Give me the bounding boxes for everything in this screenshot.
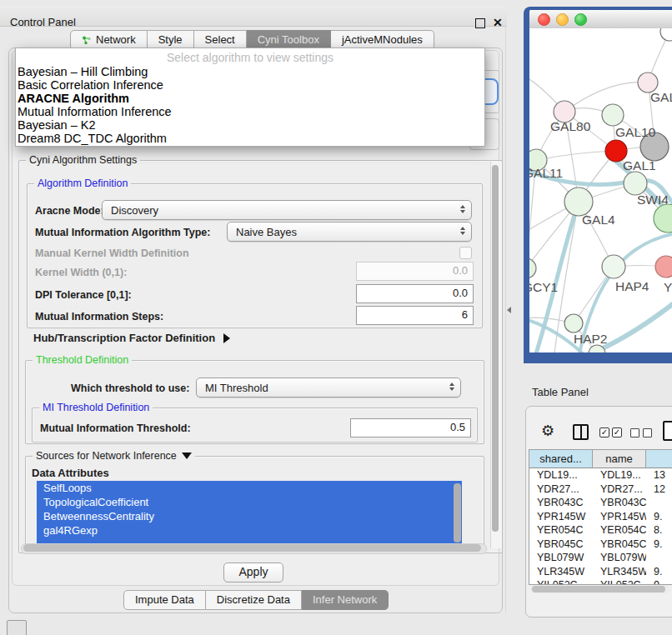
network-node[interactable] bbox=[654, 204, 672, 232]
table-cell: YPR145W bbox=[593, 510, 646, 524]
bottom-tab-impute-data[interactable]: Impute Data bbox=[123, 590, 206, 610]
network-node[interactable] bbox=[564, 314, 583, 332]
node-label-gal1: GAL1 bbox=[623, 158, 656, 172]
algorithm-option-aracne-algorithm[interactable]: ARACNE Algorithm bbox=[16, 92, 484, 105]
mi-algorithm-type-combobox[interactable]: Naive Bayes bbox=[227, 222, 472, 242]
node-label-swi4: SWI4 bbox=[637, 192, 669, 207]
table-body: YDL19...YDL19...13YDR27...YDR27...12YBR0… bbox=[529, 468, 672, 585]
table-cell: 9. bbox=[646, 510, 672, 524]
tab-label: Discretize Data bbox=[217, 591, 290, 609]
table-row[interactable]: YLR345WYLR345W9. bbox=[529, 565, 672, 579]
table-cell: YLR345W bbox=[529, 565, 593, 579]
table-cell: YER054C bbox=[529, 523, 593, 538]
algorithm-option-mutual-information-inference[interactable]: Mutual Information Inference bbox=[16, 105, 484, 118]
network-window-titlebar[interactable] bbox=[529, 10, 672, 29]
horizontal-scrollbar-thumb[interactable] bbox=[23, 544, 481, 552]
table-cell: 13 bbox=[646, 468, 672, 482]
table-cell: YDR27... bbox=[529, 482, 593, 497]
network-node[interactable] bbox=[564, 188, 593, 216]
table-cell: YBL079W bbox=[529, 551, 593, 565]
mi-threshold-label: Mutual Information Threshold: bbox=[40, 422, 191, 434]
splitter-collapse-icon[interactable] bbox=[507, 307, 511, 313]
node-label-gal4: GAL4 bbox=[582, 212, 615, 227]
bottom-tab-infer-network[interactable]: Infer Network bbox=[302, 590, 389, 610]
table-row[interactable]: YDR27...YDR27...12 bbox=[529, 482, 672, 497]
network-canvas[interactable]: GALGAL80GAL10GAL1GAL11SWI4GAL4GCY1HAP4YH… bbox=[529, 28, 672, 352]
aracne-mode-label: Aracne Mode: bbox=[35, 205, 104, 217]
column-header-name[interactable]: name bbox=[593, 450, 646, 468]
collapsed-panel-icon[interactable] bbox=[7, 620, 27, 635]
close-panel-icon[interactable] bbox=[493, 16, 503, 29]
algorithm-option-bayesian-hill-climbing[interactable]: Bayesian – Hill Climbing bbox=[16, 65, 484, 78]
table-header-row: shared...name bbox=[529, 450, 672, 468]
table-cell bbox=[646, 551, 672, 565]
threshold-definition-title: Threshold Definition bbox=[33, 354, 132, 366]
table-cell: 9. bbox=[646, 565, 672, 579]
hub-definition-label: Hub/Transcription Factor Definition bbox=[33, 332, 215, 344]
split-columns-icon[interactable] bbox=[573, 424, 589, 440]
table-horizontal-scrollbar-thumb[interactable] bbox=[532, 586, 665, 592]
network-node[interactable] bbox=[624, 172, 647, 195]
node-label-gal80: GAL80 bbox=[550, 119, 591, 133]
node-label-gcy1: GCY1 bbox=[529, 280, 558, 294]
dpi-tolerance-field[interactable]: 0.0 bbox=[356, 284, 474, 303]
network-node[interactable] bbox=[602, 255, 625, 278]
mi-steps-field[interactable]: 6 bbox=[356, 306, 474, 325]
table-cell: YBR043C bbox=[529, 496, 593, 510]
which-threshold-value: MI Threshold bbox=[205, 382, 268, 394]
unchecked-box-icon[interactable] bbox=[630, 428, 639, 438]
algorithm-option-bayesian-k2[interactable]: Bayesian – K2 bbox=[16, 118, 484, 132]
network-node[interactable] bbox=[660, 28, 672, 41]
network-node[interactable] bbox=[529, 258, 536, 278]
float-panel-icon[interactable] bbox=[475, 18, 485, 28]
aracne-mode-value: Discovery bbox=[111, 204, 158, 217]
kernel-width-field: 0.0 bbox=[356, 262, 474, 281]
algorithm-option-basic-correlation-inference[interactable]: Basic Correlation Inference bbox=[16, 78, 484, 92]
settings-scrollbar-thumb[interactable] bbox=[492, 165, 499, 532]
table-row[interactable]: YER054CYER054C8. bbox=[529, 523, 672, 538]
data-attributes-label: Data Attributes bbox=[32, 467, 109, 479]
column-header-col2[interactable] bbox=[646, 450, 672, 468]
which-threshold-combobox[interactable]: MI Threshold bbox=[196, 378, 461, 398]
algorithm-option-dream8-dc-tdc-algorithm[interactable]: Dream8 DC_TDC Algorithm bbox=[16, 132, 484, 145]
table-row[interactable]: YBR045CYBR045C9. bbox=[529, 538, 672, 552]
node-label-hap4: HAP4 bbox=[615, 279, 649, 293]
checked-box-icon[interactable] bbox=[612, 428, 622, 438]
hub-definition-expander[interactable]: Hub/Transcription Factor Definition bbox=[33, 332, 230, 344]
network-icon bbox=[82, 35, 92, 45]
mi-threshold-field[interactable]: 0.5 bbox=[350, 418, 471, 438]
network-view-window: GALGAL80GAL10GAL1GAL11SWI4GAL4GCY1HAP4YH… bbox=[524, 7, 672, 363]
attributes-scrollbar-thumb[interactable] bbox=[454, 483, 461, 542]
close-traffic-light-icon[interactable] bbox=[538, 13, 550, 26]
apply-button[interactable]: Apply bbox=[223, 562, 283, 582]
checked-box-icon[interactable] bbox=[599, 428, 609, 438]
document-icon[interactable] bbox=[663, 421, 672, 441]
algorithm-popup-placeholder: Select algorithm to view settings bbox=[16, 48, 484, 65]
attribute-item-selfloops[interactable]: SelfLoops bbox=[37, 481, 462, 495]
algorithm-popup-list: Bayesian – Hill ClimbingBasic Correlatio… bbox=[16, 65, 484, 145]
node-label-y: Y bbox=[664, 280, 672, 294]
control-panel-tab-bar: NetworkStyleSelectCyni ToolboxjActiveMNo… bbox=[70, 30, 434, 48]
triangle-down-icon[interactable] bbox=[182, 452, 192, 459]
network-edge bbox=[536, 151, 616, 160]
data-attributes-list[interactable]: SelfLoopsTopologicalCoefficientBetweenne… bbox=[37, 481, 462, 545]
table-row[interactable]: YIL052CYIL052C9 bbox=[529, 578, 672, 585]
table-row[interactable]: YDL19...YDL19...13 bbox=[529, 468, 672, 482]
stepper-icon bbox=[460, 205, 465, 213]
table-row[interactable]: YPR145WYPR145W9. bbox=[529, 510, 672, 524]
minimize-traffic-light-icon[interactable] bbox=[556, 13, 569, 26]
mi-algorithm-type-label: Mutual Information Algorithm Type: bbox=[35, 227, 210, 238]
table-row[interactable]: YBL079WYBL079W bbox=[529, 551, 672, 565]
attribute-item-betweennesscentrality[interactable]: BetweennessCentrality bbox=[37, 509, 462, 523]
gear-icon[interactable] bbox=[541, 422, 554, 440]
unchecked-box-icon[interactable] bbox=[643, 428, 652, 438]
bottom-tab-discretize-data[interactable]: Discretize Data bbox=[206, 590, 302, 610]
zoom-traffic-light-icon[interactable] bbox=[574, 13, 587, 26]
aracne-mode-combobox[interactable]: Discovery bbox=[102, 200, 472, 220]
network-node[interactable] bbox=[655, 256, 672, 278]
attribute-item-gal4rgexp[interactable]: gal4RGexp bbox=[37, 523, 462, 538]
column-header-shared[interactable]: shared... bbox=[529, 450, 593, 468]
attribute-item-topologicalcoefficient[interactable]: TopologicalCoefficient bbox=[37, 495, 462, 509]
table-row[interactable]: YBR043CYBR043C bbox=[529, 496, 672, 510]
network-node[interactable] bbox=[602, 104, 624, 126]
